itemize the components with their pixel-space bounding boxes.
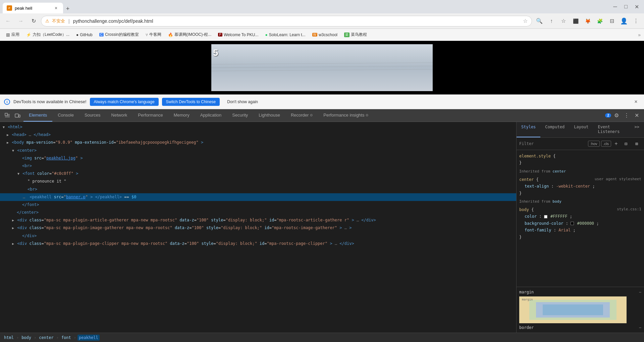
- window-minimize-button[interactable]: ─: [610, 2, 620, 11]
- address-bar[interactable]: ⚠ 不安全 | pythonchallenge.com/pc/def/peak.…: [41, 16, 532, 26]
- star-icon[interactable]: ☆: [558, 16, 569, 26]
- notification-close-button[interactable]: ×: [632, 98, 640, 106]
- new-tab-button[interactable]: +: [63, 4, 72, 13]
- bookmark-github[interactable]: ● GitHub: [73, 31, 95, 39]
- html-div-close-line[interactable]: </div>: [0, 232, 516, 240]
- address-text[interactable]: pythonchallenge.com/pc/def/peak.html: [73, 18, 520, 24]
- html-pronounce-line[interactable]: " pronounce it ": [0, 178, 516, 185]
- devtools-close-icon[interactable]: ✕: [632, 111, 641, 120]
- html-root-line[interactable]: ▼ <html>: [0, 123, 516, 131]
- breadcrumb-html[interactable]: html: [3, 335, 15, 341]
- more-tabs[interactable]: >>: [630, 122, 644, 137]
- bookmark-nowcoder[interactable]: ⑂ 牛客网: [143, 30, 164, 39]
- banner-src-link[interactable]: banner.p: [66, 195, 86, 199]
- styles-tab[interactable]: Styles: [517, 122, 540, 137]
- switch-chinese-button[interactable]: Switch DevTools to Chinese: [162, 98, 220, 106]
- window-maximize-button[interactable]: □: [621, 2, 631, 11]
- devtools-settings-icon[interactable]: ⚙: [612, 111, 621, 120]
- bookmark-leetcode[interactable]: ⚡ 力扣（LeetCode）...: [23, 30, 72, 39]
- bookmark-star-icon[interactable]: ☆: [523, 18, 528, 24]
- color-prop[interactable]: color: [519, 214, 537, 219]
- text-align-prop[interactable]: text-align: [519, 184, 549, 189]
- tab-memory[interactable]: Memory: [168, 109, 195, 122]
- html-div-article-line[interactable]: ▶ <div class="mpa-sc mpa-plugin-article-…: [0, 216, 516, 224]
- tab-network[interactable]: Network: [106, 109, 133, 122]
- collapse-div2-triangle[interactable]: ▶: [12, 226, 14, 230]
- cls-button[interactable]: .cls: [601, 141, 611, 147]
- bookmark-runoob[interactable]: 菜 菜鸟教程: [341, 30, 370, 39]
- inherited-center-element[interactable]: center: [552, 169, 566, 174]
- computed-tab[interactable]: Computed: [540, 122, 569, 137]
- forward-button[interactable]: →: [15, 16, 26, 26]
- html-br2-line[interactable]: <br>: [0, 186, 516, 193]
- dont-show-again-button[interactable]: Don't show again: [223, 98, 262, 106]
- issues-badge[interactable]: 2: [605, 113, 611, 118]
- breadcrumb-font[interactable]: font: [60, 335, 72, 341]
- search-icon[interactable]: 🔍: [534, 16, 545, 26]
- html-font-close-line[interactable]: </font>: [0, 201, 516, 209]
- collapse-body-triangle[interactable]: ▶: [7, 141, 9, 144]
- bookmark-crossin[interactable]: C Crossin的编程教室: [97, 30, 142, 39]
- element-style-selector[interactable]: element.style: [519, 154, 551, 158]
- breadcrumb-center[interactable]: center: [38, 335, 55, 341]
- bookmark-pku[interactable]: P Welcome To PKU...: [215, 31, 261, 39]
- html-br1-line[interactable]: <br>: [0, 162, 516, 170]
- refresh-button[interactable]: ↻: [28, 16, 39, 26]
- more-menu-icon[interactable]: ⋮: [631, 16, 641, 26]
- html-center-close-line[interactable]: </center>: [0, 209, 516, 216]
- bookmarks-more-icon[interactable]: »: [638, 32, 641, 38]
- style-options-icon[interactable]: ⊟: [621, 139, 631, 148]
- img-src-link[interactable]: peakhell.jpg: [46, 156, 75, 160]
- html-center-line[interactable]: ▼ <center>: [0, 147, 516, 154]
- tab-console[interactable]: Console: [52, 109, 79, 122]
- bg-color-prop[interactable]: background-color: [519, 221, 564, 226]
- extension-icon-3[interactable]: 🧩: [594, 16, 605, 26]
- collapse-triangle[interactable]: ▼: [3, 125, 5, 129]
- back-button[interactable]: ←: [3, 16, 13, 26]
- collapse-head-triangle[interactable]: ▶: [7, 133, 9, 137]
- elements-panel[interactable]: ▼ <html> ▶ <head> … </head> ▶ <body mpa-…: [0, 122, 517, 333]
- tab-sources[interactable]: Sources: [79, 109, 106, 122]
- body-selector[interactable]: body: [519, 207, 529, 212]
- breadcrumb-peakhell[interactable]: peakhell: [77, 335, 100, 341]
- html-div-clipper-line[interactable]: ▶ <div class="mpa-sc mpa-plugin-page-cli…: [0, 240, 516, 248]
- tab-security[interactable]: Security: [227, 109, 253, 122]
- style-grid-icon[interactable]: ⊞: [632, 139, 641, 148]
- font-family-prop[interactable]: font-family: [519, 228, 551, 232]
- add-style-button[interactable]: +: [612, 140, 620, 147]
- devtools-more-icon[interactable]: ⋮: [622, 111, 631, 120]
- tab-elements[interactable]: Elements: [23, 109, 52, 122]
- extension-icon-1[interactable]: ⬛: [570, 16, 581, 26]
- breadcrumb-body[interactable]: body: [20, 335, 33, 341]
- collapse-font-triangle[interactable]: ▼: [17, 172, 19, 176]
- tab-lighthouse[interactable]: Lighthouse: [253, 109, 285, 122]
- profile-icon[interactable]: 👤: [619, 16, 629, 26]
- center-selector[interactable]: center: [519, 177, 534, 182]
- split-view-icon[interactable]: ⊟: [606, 16, 617, 26]
- tab-close-button[interactable]: ×: [53, 5, 59, 11]
- html-head-line[interactable]: ▶ <head> … </head>: [0, 131, 516, 139]
- extension-icon-2[interactable]: 🦊: [582, 16, 593, 26]
- bookmark-imooc[interactable]: 🔥 慕课网(IMOOC)-程...: [165, 30, 214, 39]
- inherited-body-element[interactable]: body: [552, 199, 561, 204]
- window-close-button[interactable]: ✕: [632, 2, 641, 11]
- tab-performance-insights[interactable]: Performance insights ⊙: [318, 109, 374, 122]
- collapse-div1-triangle[interactable]: ▶: [12, 218, 14, 222]
- bookmark-w3c[interactable]: W w3cschool: [310, 31, 340, 39]
- inspect-element-icon[interactable]: [3, 111, 12, 120]
- collapse-div3-triangle[interactable]: ▶: [12, 242, 14, 246]
- event-listeners-tab[interactable]: Event Listeners: [593, 122, 630, 137]
- match-language-button[interactable]: Always match Chrome's language: [90, 98, 159, 106]
- html-body-line[interactable]: ▶ <body mpa-version="9.0.9" mpa-extensio…: [0, 139, 516, 146]
- html-peakhell-line[interactable]: … <peakhell src="banner.p" > </peakhell>…: [0, 193, 516, 201]
- browser-tab-active[interactable]: P peak hell ×: [3, 3, 63, 13]
- collapse-center-triangle[interactable]: ▼: [12, 149, 14, 152]
- html-img-line[interactable]: <img src="peakhell.jpg" >: [0, 154, 516, 162]
- layout-tab[interactable]: Layout: [569, 122, 593, 137]
- tab-application[interactable]: Application: [195, 109, 227, 122]
- tab-performance[interactable]: Performance: [132, 109, 168, 122]
- html-div-image-line[interactable]: ▶ <div class="mpa-sc mpa-plugin-image-ga…: [0, 224, 516, 232]
- bookmark-sololearn[interactable]: ● SoloLearn: Learn t...: [263, 31, 308, 39]
- hov-button[interactable]: :hov: [588, 141, 600, 147]
- tab-recorder[interactable]: Recorder ⊙: [285, 109, 318, 122]
